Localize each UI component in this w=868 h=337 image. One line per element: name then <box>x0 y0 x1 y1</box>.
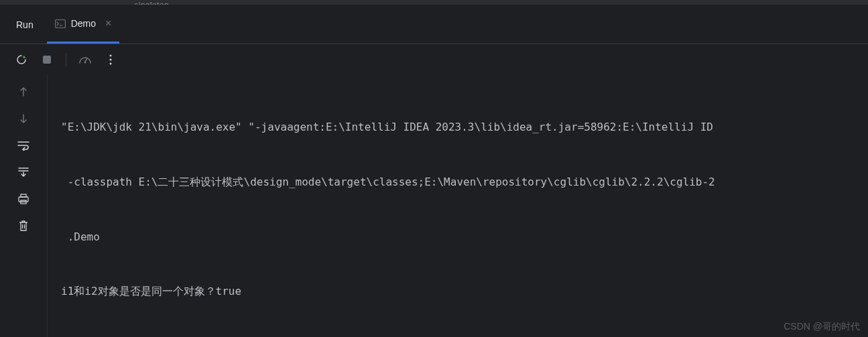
svg-point-5 <box>110 55 112 57</box>
soft-wrap-icon[interactable] <box>16 138 31 153</box>
run-toolbar <box>0 44 868 75</box>
console-line: "E:\JDK\jdk 21\bin\java.exe" "-javaagent… <box>61 118 861 136</box>
console-line: .Demo <box>61 228 861 246</box>
trash-icon[interactable] <box>16 218 31 233</box>
print-icon[interactable] <box>16 192 31 206</box>
console-line: i1和i2对象是否是同一个对象？true <box>61 282 861 300</box>
svg-point-4 <box>84 62 86 64</box>
rerun-icon[interactable] <box>15 53 28 66</box>
up-arrow-icon[interactable] <box>16 84 31 99</box>
tab-label: Demo <box>71 18 96 29</box>
console-icon <box>55 19 66 28</box>
svg-rect-0 <box>55 19 65 27</box>
run-tool-window-label: Run <box>0 19 47 30</box>
svg-line-3 <box>85 58 87 62</box>
scroll-to-end-icon[interactable] <box>16 165 31 180</box>
console-line: -classpath E:\二十三种设计模式\design_mode\targe… <box>61 173 861 191</box>
console-output[interactable]: "E:\JDK\jdk 21\bin\java.exe" "-javaagent… <box>47 75 868 337</box>
tab-demo[interactable]: Demo × <box>47 5 120 44</box>
svg-rect-2 <box>43 56 51 64</box>
svg-point-6 <box>110 59 112 61</box>
console-gutter <box>0 75 47 337</box>
project-tree-fragment: singleton <box>0 0 868 5</box>
separator <box>66 53 66 66</box>
folder-label: singleton <box>134 0 169 5</box>
run-tab-bar: Run Demo × <box>0 5 868 44</box>
watermark: CSDN @哥的时代 <box>784 321 860 333</box>
stop-icon[interactable] <box>40 53 54 66</box>
svg-rect-12 <box>19 197 28 202</box>
more-icon[interactable] <box>104 53 117 66</box>
svg-point-7 <box>110 63 112 65</box>
run-main-area: "E:\JDK\jdk 21\bin\java.exe" "-javaagent… <box>0 75 868 337</box>
close-icon[interactable]: × <box>105 18 111 29</box>
down-arrow-icon[interactable] <box>16 111 31 126</box>
performance-icon[interactable] <box>78 53 92 66</box>
